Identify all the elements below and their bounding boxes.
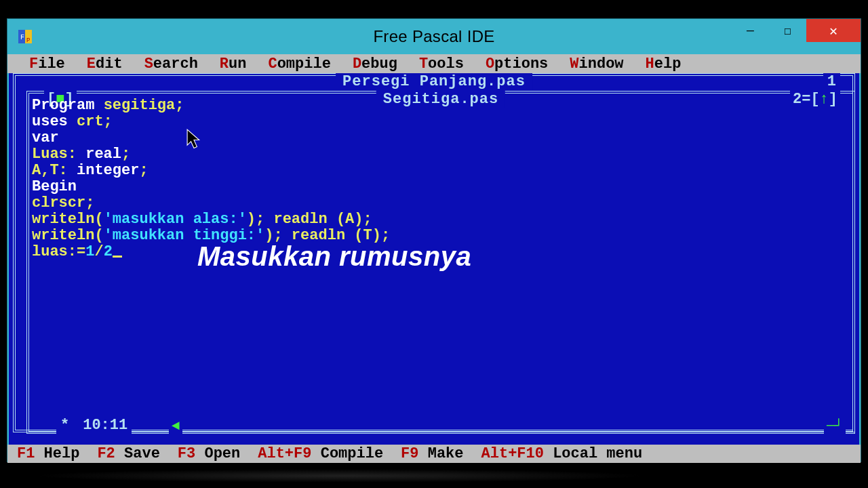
modified-indicator: *	[60, 417, 69, 434]
window-buttons: — ☐ ✕	[732, 19, 861, 42]
code-text[interactable]: Program segitiga; uses crt; var Luas: re…	[32, 98, 846, 260]
back-window-title: Persegi Panjang.pas	[336, 73, 532, 90]
text-cursor	[113, 256, 122, 258]
app-icon: FP	[17, 28, 33, 45]
editor-status: * 10:11	[56, 417, 132, 434]
status-help[interactable]: F1 Help	[17, 445, 79, 462]
menu-tools[interactable]: Tools	[408, 56, 475, 73]
editor-area: Persegi Panjang.pas 1 [■] Segitiga.pas 2…	[9, 73, 859, 445]
status-local-menu[interactable]: Alt+F10 Local menu	[481, 445, 643, 462]
maximize-button[interactable]: ☐	[769, 19, 806, 42]
svg-text:P: P	[26, 37, 30, 44]
status-compile[interactable]: Alt+F9 Compile	[258, 445, 383, 462]
hscroll-right-icon[interactable]: ─┘	[824, 418, 846, 434]
svg-text:F: F	[20, 34, 24, 41]
menu-edit[interactable]: Edit	[76, 56, 134, 73]
overlay-caption: Masukkan rumusnya	[197, 241, 471, 272]
menu-options[interactable]: Options	[475, 56, 559, 73]
back-window-number: 1	[823, 73, 840, 90]
menu-compile[interactable]: Compile	[257, 56, 341, 73]
status-make[interactable]: F9 Make	[401, 445, 463, 462]
titlebar[interactable]: FP Free Pascal IDE — ☐ ✕	[7, 19, 861, 54]
menu-file[interactable]: File	[18, 56, 76, 73]
hscroll-left-icon[interactable]: ◄	[169, 418, 182, 434]
minimize-button[interactable]: —	[732, 19, 769, 42]
app-window: FP Free Pascal IDE — ☐ ✕ File Edit Searc…	[7, 18, 861, 462]
status-save[interactable]: F2 Save	[97, 445, 159, 462]
menu-debug[interactable]: Debug	[342, 56, 408, 73]
cursor-position: 10:11	[83, 417, 127, 434]
window-title: Free Pascal IDE	[373, 27, 494, 46]
close-button[interactable]: ✕	[806, 19, 861, 42]
menu-window[interactable]: Window	[559, 56, 634, 73]
menu-run[interactable]: Run	[209, 56, 258, 73]
menu-search[interactable]: Search	[134, 56, 209, 73]
menu-help[interactable]: Help	[635, 56, 692, 73]
status-open[interactable]: F3 Open	[178, 445, 240, 462]
menubar: File Edit Search Run Compile Debug Tools…	[7, 54, 861, 73]
desktop-shadow	[34, 469, 644, 483]
editor-front-window[interactable]: [■] Segitiga.pas 2=[↑] Program segitiga;…	[26, 91, 855, 434]
statusbar: F1 Help F2 Save F3 Open Alt+F9 Compile F…	[7, 445, 861, 463]
